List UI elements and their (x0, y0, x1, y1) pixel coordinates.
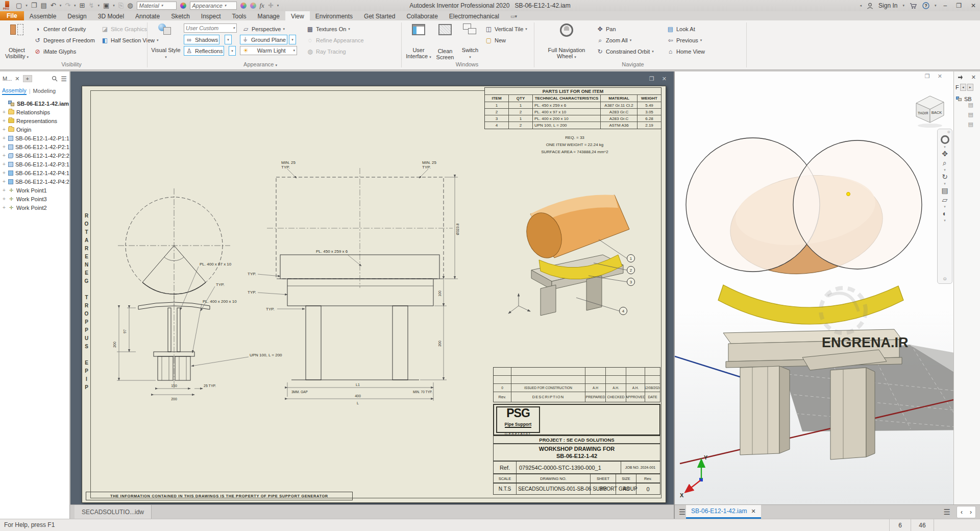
collapsed-node-icon[interactable]: ▥ (968, 122, 974, 140)
constrained-orbit-button[interactable]: ↻Constrained Orbit▾ (596, 47, 654, 56)
browser-tab-assembly[interactable]: Assembly (2, 87, 27, 95)
next-tab-icon[interactable]: › (970, 509, 972, 516)
navigation-wheel-icon[interactable] (941, 135, 949, 144)
tab-assemble[interactable]: Assemble (24, 11, 62, 20)
tab-inspect[interactable]: Inspect (195, 11, 227, 20)
browser-add-icon[interactable]: + (23, 75, 32, 82)
assembly-doc-tab[interactable]: SB-06-E12-1-42.iam✕ (686, 505, 761, 519)
tree-item-work-point1[interactable]: +✛Work Point1 (0, 186, 69, 195)
new-file-icon[interactable]: ▢ (16, 2, 22, 9)
pan-button[interactable]: ✥Pan (596, 25, 616, 34)
parameters-fx-icon[interactable]: fx (260, 2, 264, 9)
prev-tab-icon[interactable]: ‹ (961, 509, 963, 516)
redo-icon[interactable]: ↷ (65, 2, 70, 9)
appearance-sphere-icon[interactable] (180, 3, 186, 9)
user-interface-button[interactable]: User Interface ▾ (405, 22, 432, 60)
refine-appearance-button[interactable]: ◌Refine Appearance (306, 36, 364, 45)
tab-manage[interactable]: Manage (252, 11, 285, 20)
tab-file[interactable]: File (0, 11, 24, 20)
new-file-dropdown-icon[interactable]: ▾ (26, 4, 28, 8)
degrees-of-freedom-button[interactable]: ↺Degrees of Freedom (34, 36, 95, 45)
drawing-sheet[interactable]: R O T A R E N E G T R O P P U S E P I P (82, 86, 666, 503)
tree-item-work-point3[interactable]: +✛Work Point3 (0, 195, 69, 203)
collapse-search-icon[interactable]: ◂ (860, 4, 862, 8)
select-icon[interactable]: ▣ (103, 2, 109, 9)
clean-screen-button[interactable]: Clean Screen (433, 22, 457, 60)
rebuild-icon[interactable]: ↯ (89, 2, 94, 9)
appearance-panel-label[interactable]: Appearance ▾ (230, 61, 291, 69)
ground-plane-toggle[interactable]: ⏚Ground Plane (240, 35, 287, 44)
update-icon[interactable]: ⊞ (80, 2, 85, 9)
vertical-tile-button[interactable]: ◫Vertical Tile▾ (485, 25, 527, 34)
qat-customize-icon[interactable]: ▾ (277, 4, 279, 8)
close-button[interactable]: ✕ (969, 2, 978, 9)
navbar-close-icon[interactable]: ⊗ (947, 130, 950, 134)
shadows-dropdown[interactable]: ▾ (225, 35, 232, 44)
full-navigation-wheel-button[interactable]: Full Navigation Wheel ▾ (542, 22, 591, 60)
browser-search-icon[interactable] (52, 76, 58, 82)
previous-view-button[interactable]: ⇦Previous▾ (667, 36, 702, 45)
save-icon[interactable]: ▤ (40, 2, 46, 9)
look-at-icon[interactable]: ▤ (941, 186, 948, 195)
center-of-gravity-button[interactable]: ◑Center of Gravity (34, 25, 86, 34)
inventor-logo-icon[interactable]: PRO (2, 1, 12, 10)
imate-glyphs-button[interactable]: ⊘iMate Glyphs (34, 47, 76, 56)
home-view-button[interactable]: ⌂Home View (667, 47, 705, 56)
tree-item-part-p3-1[interactable]: +SB-06-E12-1-42-P3:1 (0, 160, 69, 168)
appearance-combo[interactable]: Appearance▾ (190, 2, 237, 10)
slice-graphics-button[interactable]: ◪Slice Graphics (101, 25, 147, 34)
viewport-window-controls[interactable]: ❐ ✕ (925, 73, 945, 80)
shadows-toggle[interactable]: ∞Shadows (184, 35, 219, 44)
tab-collaborate[interactable]: Collaborate (401, 11, 443, 20)
tab-overflow-icon[interactable]: ☰ (941, 508, 953, 517)
drawing-document-window[interactable]: ❐ ✕ R O T A R E N E G T R O P P U S E P … (70, 71, 674, 504)
minimize-button[interactable]: – (941, 2, 949, 9)
tab-list-icon[interactable]: ☰ (676, 508, 689, 517)
open-file-icon[interactable]: ❐ (31, 2, 37, 9)
tree-root-assembly[interactable]: SB-06-E12-1-42.iam (0, 99, 69, 108)
tree-item-representations[interactable]: +Representations (0, 116, 69, 125)
browser-tab-modeling[interactable]: Modeling (33, 88, 56, 94)
undo-dropdown-icon[interactable]: ▾ (60, 4, 62, 8)
tab-annotate[interactable]: Annotate (130, 11, 165, 20)
strip-close-icon[interactable]: ✕ (971, 74, 976, 81)
appearance-sphere-icon[interactable]: ◐ (943, 209, 947, 218)
reflections-dropdown[interactable]: ▾ (229, 46, 236, 56)
tree-item-relationships[interactable]: +Relationships (0, 108, 69, 116)
look-at-button[interactable]: ▤Look At (667, 25, 695, 34)
return-icon[interactable]: ⎘ (118, 2, 124, 9)
tree-item-part-p4-2[interactable]: +SB-06-E12-1-42-P4:2 (0, 177, 69, 186)
half-section-view-button[interactable]: ◧Half Section View▾ (101, 36, 159, 45)
viewcube-back-face[interactable]: BACK (932, 110, 942, 115)
rebuild-dropdown-icon[interactable]: ▾ (97, 4, 100, 8)
tab-get-started[interactable]: Get Started (358, 11, 401, 20)
select-dropdown-icon[interactable]: ▾ (113, 4, 115, 8)
object-visibility-button[interactable]: Object Visibility ▾ (2, 22, 32, 60)
scroll-right-icon[interactable]: ▸ (967, 84, 973, 91)
ground-plane-dropdown[interactable]: ▾ (289, 35, 296, 44)
navbar-collapse-icon[interactable]: ⊖ (943, 276, 947, 281)
measure-icon[interactable]: ✚ (268, 2, 274, 9)
visual-style-button[interactable]: Visual Style▾ (151, 22, 181, 60)
viewcube-right-face[interactable]: RIGHT (918, 111, 928, 115)
store-cart-icon[interactable] (910, 3, 917, 9)
pin-icon[interactable] (958, 75, 963, 80)
orbit-icon[interactable]: ↻ (942, 173, 948, 181)
perspective-button[interactable]: ▱Perspective▾ (242, 25, 285, 34)
material-sphere-icon[interactable]: ◍ (127, 2, 133, 9)
tree-item-part-p2-2[interactable]: +SB-06-E12-1-42-P2:2 (0, 151, 69, 160)
tab-tools[interactable]: Tools (227, 11, 252, 20)
drawing-doc-tab[interactable]: SECADSOLUTIO...idw (75, 505, 152, 519)
material-combo[interactable]: Material▾ (137, 2, 177, 10)
redo-dropdown-icon[interactable]: ▾ (74, 4, 76, 8)
tab-sketch[interactable]: Sketch (165, 11, 195, 20)
browser-menu-icon[interactable]: ☰ (61, 75, 67, 83)
adjust-appearance-icon[interactable] (240, 3, 247, 9)
tab-environments[interactable]: Environments (310, 11, 358, 20)
help-dropdown-icon[interactable]: ▾ (935, 4, 937, 8)
browser-close-icon[interactable]: ✕ (15, 76, 19, 82)
tree-item-part-p4-1[interactable]: +SB-06-E12-1-42-P4:1 (0, 168, 69, 177)
tab-close-icon[interactable]: ✕ (751, 508, 755, 515)
zoom-all-button[interactable]: ⌕Zoom All▾ (596, 36, 631, 45)
visual-style-icon[interactable]: ▱ (942, 196, 948, 204)
